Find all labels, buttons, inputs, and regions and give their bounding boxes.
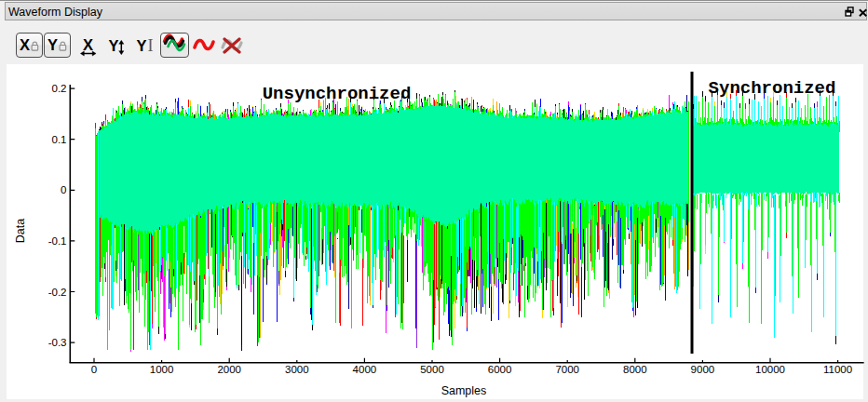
svg-text:1000: 1000 [150, 364, 174, 375]
svg-text:Synchronized: Synchronized [709, 78, 836, 99]
svg-text:2000: 2000 [217, 364, 241, 375]
svg-text:10000: 10000 [755, 364, 785, 375]
svg-text:Unsynchronized: Unsynchronized [263, 84, 412, 104]
svg-text:-0.1: -0.1 [48, 235, 67, 247]
svg-text:9000: 9000 [691, 364, 715, 375]
svg-text:0.1: 0.1 [52, 134, 67, 145]
svg-text:Data: Data [14, 219, 27, 243]
svg-text:3000: 3000 [285, 364, 309, 375]
svg-text:6000: 6000 [488, 364, 512, 375]
svg-text:5000: 5000 [420, 364, 444, 375]
svg-text:7000: 7000 [555, 364, 579, 375]
svg-text:-0.3: -0.3 [48, 337, 67, 348]
svg-text:Samples: Samples [441, 384, 487, 397]
svg-text:0: 0 [61, 184, 66, 195]
svg-text:8000: 8000 [623, 364, 647, 375]
svg-text:11000: 11000 [823, 364, 852, 375]
svg-text:0.2: 0.2 [52, 83, 67, 94]
svg-text:0: 0 [91, 364, 97, 375]
svg-text:4000: 4000 [353, 364, 377, 375]
svg-text:-0.2: -0.2 [48, 287, 67, 298]
